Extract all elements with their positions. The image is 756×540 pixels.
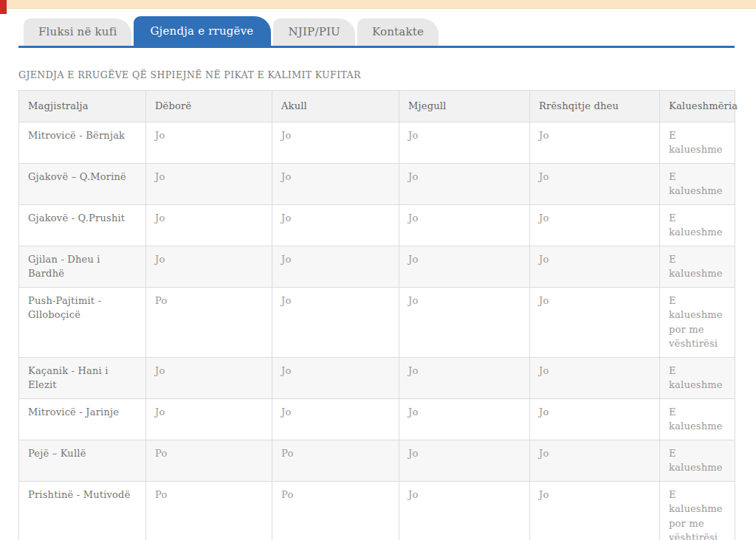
- main-content: Fluksi në kufi Gjendja e rrugëve NJIP/PI…: [18, 16, 735, 540]
- table-row: Gjakovë - Q.Prushit Jo Jo Jo Jo E kalues…: [19, 204, 735, 246]
- passability-cell: E kalueshme: [660, 398, 735, 440]
- road-name-cell: Pejë – Kullë: [19, 440, 146, 481]
- table-row: Kaçanik - Hani i Elezit Jo Jo Jo Jo E ka…: [19, 357, 735, 398]
- landslide-cell: Jo: [530, 481, 660, 540]
- passability-cell: E kalueshme: [660, 246, 735, 287]
- road-name-cell: Gjakovë - Q.Prushit: [19, 204, 146, 246]
- passability-cell: E kalueshme: [660, 122, 735, 163]
- snow-cell: Jo: [146, 246, 272, 287]
- road-conditions-table: Magjistralja Dëborë Akull Mjegull Rrëshq…: [18, 90, 735, 540]
- landslide-cell: Jo: [530, 122, 660, 163]
- column-header-debore: Dëborë: [146, 91, 272, 122]
- ice-cell: Jo: [272, 122, 399, 163]
- fog-cell: Jo: [399, 440, 530, 481]
- table-row: Prishtinë - Mutivodë Po Po Jo Jo E kalue…: [19, 481, 735, 540]
- tab-njip-piu[interactable]: NJIP/PIU: [273, 18, 354, 46]
- passability-cell: E kalueshme: [660, 204, 735, 246]
- fog-cell: Jo: [399, 163, 530, 204]
- landslide-cell: Jo: [530, 163, 660, 204]
- ice-cell: Jo: [272, 163, 399, 204]
- page-title: GJENDJA E RRUGËVE QË SHPIEJNË NË PIKAT E…: [18, 69, 735, 80]
- table-row: Gjakovë – Q.Morinë Jo Jo Jo Jo E kaluesh…: [19, 163, 735, 204]
- column-header-rreshqitje-dheu: Rrëshqitje dheu: [530, 91, 660, 122]
- table-row: Gjilan - Dheu i Bardhë Jo Jo Jo Jo E kal…: [19, 246, 735, 287]
- landslide-cell: Jo: [530, 398, 660, 440]
- landslide-cell: Jo: [530, 204, 660, 246]
- column-header-akull: Akull: [272, 91, 399, 122]
- snow-cell: Jo: [146, 163, 272, 204]
- landslide-cell: Jo: [530, 357, 660, 398]
- fog-cell: Jo: [399, 246, 530, 287]
- snow-cell: Jo: [146, 398, 272, 440]
- table-header-row: Magjistralja Dëborë Akull Mjegull Rrëshq…: [19, 91, 735, 122]
- snow-cell: Po: [146, 440, 272, 481]
- landslide-cell: Jo: [530, 287, 660, 357]
- road-table-body: Mitrovicë - Bërnjak Jo Jo Jo Jo E kalues…: [19, 122, 735, 540]
- table-row: Push-Pajtimit - Glloboçicë Po Jo Jo Jo E…: [19, 287, 735, 357]
- landslide-cell: Jo: [530, 440, 660, 481]
- road-name-cell: Prishtinë - Mutivodë: [19, 481, 146, 540]
- table-row: Mitrovicë - Jarinje Jo Jo Jo Jo E kalues…: [19, 398, 735, 440]
- column-header-mjegull: Mjegull: [399, 91, 530, 122]
- landslide-cell: Jo: [530, 246, 660, 287]
- road-name-cell: Mitrovicë - Jarinje: [19, 398, 146, 440]
- road-name-cell: Gjilan - Dheu i Bardhë: [19, 246, 146, 287]
- ice-cell: Jo: [272, 357, 399, 398]
- tab-bar: Fluksi në kufi Gjendja e rrugëve NJIP/PI…: [18, 16, 735, 48]
- tab-gjendja-e-rrugeve[interactable]: Gjendja e rrugëve: [134, 16, 271, 46]
- ice-cell: Jo: [272, 398, 399, 440]
- road-name-cell: Gjakovë – Q.Morinë: [19, 163, 146, 204]
- fog-cell: Jo: [399, 204, 530, 246]
- road-name-cell: Kaçanik - Hani i Elezit: [19, 357, 146, 398]
- passability-cell: E kalueshme: [660, 440, 735, 481]
- snow-cell: Jo: [146, 204, 272, 246]
- road-name-cell: Mitrovicë - Bërnjak: [19, 122, 146, 163]
- snow-cell: Jo: [146, 357, 272, 398]
- ice-cell: Jo: [272, 246, 399, 287]
- column-header-kalueshmeria: Kalueshmëria: [660, 91, 735, 122]
- snow-cell: Po: [146, 481, 272, 540]
- passability-cell: E kalueshme por me vështirësi: [660, 481, 735, 540]
- fog-cell: Jo: [399, 287, 530, 357]
- tab-kontakte[interactable]: Kontakte: [357, 18, 439, 46]
- column-header-magjistralja: Magjistralja: [19, 91, 146, 122]
- ice-cell: Jo: [272, 287, 399, 357]
- ice-cell: Po: [272, 440, 399, 481]
- top-left-red-mark: [0, 0, 7, 14]
- passability-cell: E kalueshme: [660, 163, 735, 204]
- snow-cell: Jo: [146, 122, 272, 163]
- passability-cell: E kalueshme por me vështirësi: [660, 287, 735, 357]
- top-accent-bar: [0, 0, 756, 9]
- passability-cell: E kalueshme: [660, 357, 735, 398]
- table-row: Pejë – Kullë Po Po Jo Jo E kalueshme: [19, 440, 735, 481]
- road-name-cell: Push-Pajtimit - Glloboçicë: [19, 287, 146, 357]
- ice-cell: Jo: [272, 204, 399, 246]
- table-row: Mitrovicë - Bërnjak Jo Jo Jo Jo E kalues…: [19, 122, 735, 163]
- fog-cell: Jo: [399, 357, 530, 398]
- fog-cell: Jo: [399, 122, 530, 163]
- snow-cell: Po: [146, 287, 272, 357]
- fog-cell: Jo: [399, 398, 530, 440]
- tab-fluksi-ne-kufi[interactable]: Fluksi në kufi: [24, 18, 131, 46]
- ice-cell: Po: [272, 481, 399, 540]
- fog-cell: Jo: [399, 481, 530, 540]
